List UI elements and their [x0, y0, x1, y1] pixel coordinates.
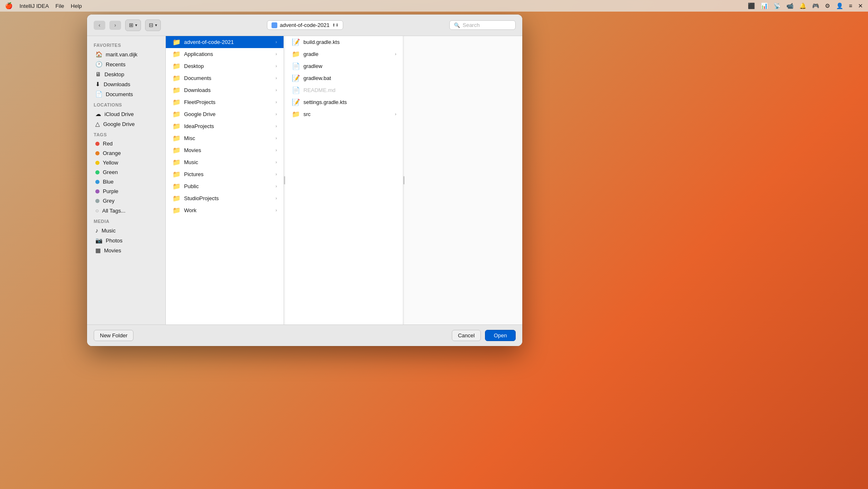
close-btn[interactable]: ✕: [858, 2, 863, 9]
panel-item-readme[interactable]: 📄 README.md: [285, 84, 403, 96]
file-icon-gradlew: 📄: [292, 62, 300, 70]
chevron-downloads2: ›: [276, 88, 277, 92]
open-button[interactable]: Open: [485, 330, 516, 341]
menu-extra[interactable]: ≡: [849, 2, 852, 9]
panel-item-gradlew[interactable]: 📄 gradlew: [285, 60, 403, 72]
panel-2: 📝 build.gradle.kts 📁 gradle › 📄 gradlew …: [285, 36, 403, 324]
sidebar-item-red[interactable]: Red: [89, 139, 164, 148]
sidebar-item-desktop[interactable]: 🖥 Desktop: [89, 69, 164, 79]
panel-item-movies2[interactable]: 📁 Movies ›: [166, 144, 284, 156]
sidebar-label-documents: Documents: [106, 91, 133, 97]
apple-menu-icon[interactable]: 🍎: [5, 2, 13, 10]
column-view-button[interactable]: ⊞ ▾: [125, 19, 141, 31]
panel-item-studioprojects[interactable]: 📁 StudioProjects ›: [166, 192, 284, 204]
forward-button[interactable]: ›: [109, 21, 121, 30]
panel-item-googledrive2[interactable]: 📁 Google Drive ›: [166, 108, 284, 120]
panel-item-desktop2[interactable]: 📁 Desktop ›: [166, 60, 284, 72]
sidebar-item-googledrive[interactable]: △ Google Drive: [89, 119, 164, 129]
notification-icon[interactable]: 🔔: [799, 2, 806, 9]
sidebar-label-movies: Movies: [104, 247, 121, 254]
file-icon-gradlew-bat: 📝: [292, 74, 300, 82]
toolbar: ‹ › ⊞ ▾ ⊟ ▾ advent-of-code-2021 ⬆⬇ 🔍 Sea…: [87, 15, 522, 36]
panel-item-downloads2[interactable]: 📁 Downloads ›: [166, 84, 284, 96]
audio-icon[interactable]: 📊: [761, 2, 768, 9]
panel-item-label-src: src: [303, 111, 392, 117]
sidebar-item-movies[interactable]: ▦ Movies: [89, 245, 164, 255]
sidebar-item-yellow[interactable]: Yellow: [89, 158, 164, 167]
panel-item-gradlew-bat[interactable]: 📝 gradlew.bat: [285, 72, 403, 84]
folder-icon-documents2: 📁: [172, 74, 181, 82]
panel-item-gradle[interactable]: 📁 gradle ›: [285, 48, 403, 60]
grey-tag-dot: [95, 199, 99, 203]
folder-icon-studioprojects: 📁: [172, 194, 181, 202]
panel-item-documents2[interactable]: 📁 Documents ›: [166, 72, 284, 84]
sidebar-item-downloads[interactable]: ⬇ Downloads: [89, 79, 164, 89]
downloads-icon: ⬇: [95, 81, 100, 87]
folder-icon-music2: 📁: [172, 158, 181, 166]
panel-item-work[interactable]: 📁 Work ›: [166, 204, 284, 216]
sidebar-label-blue: Blue: [103, 179, 114, 185]
panel-item-misc[interactable]: 📁 Misc ›: [166, 132, 284, 144]
user-icon[interactable]: 👤: [836, 2, 843, 9]
display-icon[interactable]: ⬛: [748, 2, 755, 9]
app-name[interactable]: IntelliJ IDEA: [19, 3, 49, 9]
icloud-icon: ☁: [95, 111, 101, 117]
panel-item-public[interactable]: 📁 Public ›: [166, 180, 284, 192]
file-menu[interactable]: File: [56, 3, 64, 9]
sidebar-label-desktop: Desktop: [104, 71, 124, 77]
content-area: Favorites 🏠 marit.van.dijk 🕐 Recents 🖥 D…: [87, 36, 522, 324]
sidebar-item-grey[interactable]: Grey: [89, 196, 164, 206]
favorites-header: Favorites: [87, 39, 165, 49]
sidebar-item-orange[interactable]: Orange: [89, 148, 164, 158]
panel-item-settings-gradle[interactable]: 📝 settings.gradle.kts: [285, 96, 403, 108]
sidebar-item-music[interactable]: ♪ Music: [89, 225, 164, 235]
sidebar-label-music: Music: [102, 228, 116, 234]
sidebar-item-documents[interactable]: 📄 Documents: [89, 89, 164, 99]
googledrive-icon: △: [95, 121, 100, 127]
locations-header: Locations: [87, 99, 165, 109]
sidebar-item-icloud[interactable]: ☁ iCloud Drive: [89, 109, 164, 119]
grid-view-button[interactable]: ⊟ ▾: [145, 19, 161, 31]
tags-header: Tags: [87, 129, 165, 139]
panel-item-build-gradle[interactable]: 📝 build.gradle.kts: [285, 36, 403, 48]
sidebar-item-photos[interactable]: 📷 Photos: [89, 235, 164, 245]
search-box[interactable]: 🔍 Search: [449, 20, 516, 30]
sidebar-item-blue[interactable]: Blue: [89, 177, 164, 186]
panel-item-label-advent: advent-of-code-2021: [184, 39, 272, 45]
panel-item-ideaprojects[interactable]: 📁 IdeaProjects ›: [166, 120, 284, 132]
panel-item-advent[interactable]: 📁 advent-of-code-2021 ›: [166, 36, 284, 48]
sidebar-item-green[interactable]: Green: [89, 167, 164, 177]
all-tags-icon: ○: [95, 207, 99, 214]
back-button[interactable]: ‹: [94, 21, 105, 30]
chevron-ideaprojects: ›: [276, 124, 277, 128]
file-dialog: ‹ › ⊞ ▾ ⊟ ▾ advent-of-code-2021 ⬆⬇ 🔍 Sea…: [87, 15, 522, 346]
panel-item-src[interactable]: 📁 src ›: [285, 108, 403, 120]
airdrop-icon[interactable]: 📡: [773, 2, 781, 9]
sidebar-item-purple[interactable]: Purple: [89, 186, 164, 196]
chevron-src: ›: [395, 112, 396, 116]
control-center-icon[interactable]: ⚙: [825, 2, 830, 9]
gamecenter-icon[interactable]: 🎮: [812, 2, 819, 9]
screenrecord-icon[interactable]: 📹: [786, 2, 793, 9]
panel-item-label-studioprojects: StudioProjects: [184, 195, 272, 201]
panel-item-music2[interactable]: 📁 Music ›: [166, 156, 284, 168]
sidebar-label-icloud: iCloud Drive: [104, 111, 134, 117]
panel-item-fleetprojects[interactable]: 📁 FleetProjects ›: [166, 96, 284, 108]
sidebar-item-all-tags[interactable]: ○ All Tags...: [89, 206, 164, 215]
cancel-button[interactable]: Cancel: [452, 330, 481, 341]
chevron-misc: ›: [276, 136, 277, 140]
sidebar-label-recents: Recents: [106, 61, 126, 68]
panel-item-label-gradle: gradle: [303, 51, 392, 57]
help-menu[interactable]: Help: [71, 3, 82, 9]
location-pill[interactable]: advent-of-code-2021 ⬆⬇: [267, 20, 343, 30]
sidebar-item-recents[interactable]: 🕐 Recents: [89, 59, 164, 69]
file-icon-settings-gradle: 📝: [292, 98, 300, 106]
panel-item-applications[interactable]: 📁 Applications ›: [166, 48, 284, 60]
sidebar-item-marit[interactable]: 🏠 marit.van.dijk: [89, 49, 164, 59]
orange-tag-dot: [95, 151, 99, 155]
folder-icon-public: 📁: [172, 182, 181, 190]
panel-item-pictures[interactable]: 📁 Pictures ›: [166, 168, 284, 180]
new-folder-button[interactable]: New Folder: [94, 330, 133, 341]
column-view-chevron: ▾: [135, 23, 137, 27]
documents-icon: 📄: [95, 91, 102, 97]
